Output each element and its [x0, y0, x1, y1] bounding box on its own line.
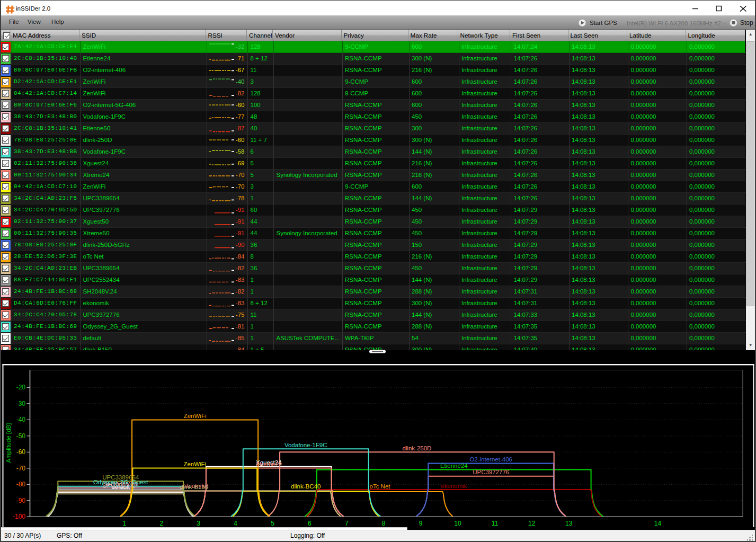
svg-text:-40: -40 — [16, 416, 26, 423]
svg-text:9: 9 — [419, 520, 423, 527]
svg-text:dlink-B150: dlink-B150 — [180, 484, 208, 490]
svg-text:-70: -70 — [16, 465, 26, 472]
svg-text:5: 5 — [271, 520, 274, 527]
svg-text:ZenWiFi: ZenWiFi — [184, 413, 207, 419]
svg-text:7: 7 — [345, 520, 349, 527]
svg-text:6: 6 — [308, 520, 312, 527]
svg-text:-60: -60 — [16, 448, 26, 456]
svg-text:12: 12 — [528, 520, 536, 527]
svg-text:14: 14 — [654, 520, 662, 527]
svg-text:-20: -20 — [16, 384, 26, 391]
svg-text:13: 13 — [565, 520, 573, 527]
svg-text:11: 11 — [492, 520, 499, 527]
svg-text:-80: -80 — [16, 481, 26, 488]
svg-text:-50: -50 — [16, 432, 26, 440]
svg-text:ZenWiFi: ZenWiFi — [183, 461, 206, 467]
svg-text:O2-internet-406: O2-internet-406 — [469, 456, 512, 463]
svg-text:8: 8 — [382, 520, 386, 527]
svg-text:4: 4 — [234, 520, 237, 527]
svg-text:oTc Net: oTc Net — [370, 483, 391, 490]
svg-text:2: 2 — [159, 520, 163, 527]
svg-text:3: 3 — [197, 520, 200, 527]
svg-text:ekonomik: ekonomik — [441, 483, 467, 489]
svg-text:-100: -100 — [13, 513, 25, 520]
svg-text:UPC3972776: UPC3972776 — [473, 469, 509, 475]
svg-text:Etienne24: Etienne24 — [440, 463, 468, 469]
svg-text:Amplitude [dB]: Amplitude [dB] — [5, 423, 12, 463]
svg-text:1: 1 — [123, 520, 127, 527]
svg-text:Xtreme24: Xtreme24 — [255, 461, 282, 467]
svg-text:dlink-BC40: dlink-BC40 — [291, 483, 321, 490]
svg-text:UPC3389654: UPC3389654 — [102, 474, 139, 481]
svg-text:-30: -30 — [16, 400, 26, 407]
svg-text:-90: -90 — [16, 497, 26, 504]
svg-text:dlink-250D: dlink-250D — [402, 445, 431, 451]
svg-text:10: 10 — [454, 520, 461, 527]
svg-text:Vodafone-1F9C: Vodafone-1F9C — [284, 442, 327, 448]
